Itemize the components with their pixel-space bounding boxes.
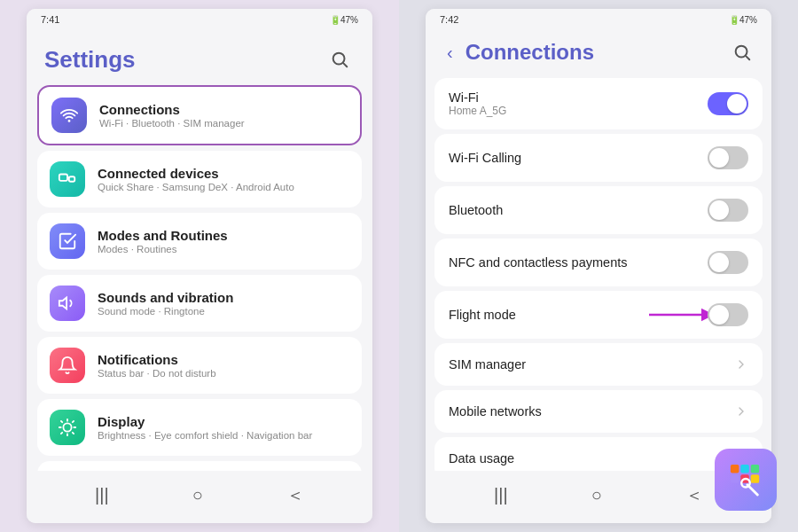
- settings-item-display[interactable]: Display Brightness · Eye comfort shield …: [37, 399, 362, 456]
- right-time: 7:42: [440, 14, 458, 25]
- connection-item-nfc[interactable]: NFC and contactless payments: [434, 239, 763, 286]
- svg-point-2: [68, 120, 71, 122]
- svg-rect-25: [731, 474, 739, 483]
- svg-rect-23: [740, 465, 749, 473]
- connection-item-sim[interactable]: SIM manager: [434, 343, 763, 386]
- nfc-toggle-knob: [709, 253, 729, 272]
- wifi-subtitle: Home A_5G: [449, 105, 506, 117]
- settings-search-button[interactable]: [325, 44, 355, 74]
- phones-wrapper: 7:41 🔋47% Settings: [0, 0, 798, 532]
- left-nav-back[interactable]: ＜: [278, 480, 313, 511]
- logo-area: [715, 449, 786, 520]
- connection-item-mobile-networks[interactable]: Mobile networks: [434, 390, 763, 433]
- connections-title: Connections: [466, 40, 727, 65]
- connection-item-data-usage[interactable]: Data usage: [434, 437, 763, 471]
- modes-icon: [50, 223, 85, 259]
- settings-title: Settings: [44, 46, 136, 74]
- wifi-calling-toggle-knob: [709, 148, 729, 168]
- display-text: Display Brightness · Eye comfort shield …: [98, 414, 312, 441]
- svg-line-10: [61, 421, 62, 422]
- left-time: 7:41: [41, 14, 59, 25]
- flight-mode-title: Flight mode: [449, 308, 516, 322]
- connection-item-wifi[interactable]: Wi-Fi Home A_5G: [434, 78, 763, 129]
- svg-rect-4: [69, 176, 74, 182]
- settings-item-modes[interactable]: Modes and Routines Modes · Routines: [37, 213, 362, 270]
- notifications-text: Notifications Status bar · Do not distur…: [98, 352, 216, 379]
- connected-devices-subtitle: Quick Share · Samsung DeX · Android Auto: [98, 182, 294, 192]
- modes-text: Modes and Routines Modes · Routines: [98, 228, 228, 254]
- right-nav-home[interactable]: ○: [583, 481, 611, 509]
- svg-line-19: [746, 56, 749, 59]
- sim-title: SIM manager: [449, 357, 526, 372]
- svg-line-15: [73, 421, 74, 422]
- wifi-calling-title: Wi-Fi Calling: [449, 151, 521, 165]
- wifi-toggle[interactable]: [708, 92, 748, 115]
- nfc-toggle[interactable]: [708, 251, 748, 274]
- notifications-title: Notifications: [98, 352, 216, 367]
- bluetooth-toggle[interactable]: [708, 199, 748, 222]
- connection-item-flight-mode[interactable]: Flight mode: [434, 291, 763, 339]
- connections-search-button[interactable]: [727, 37, 757, 67]
- bluetooth-title: Bluetooth: [449, 203, 503, 217]
- modes-title: Modes and Routines: [98, 228, 228, 243]
- settings-item-connections[interactable]: Connections Wi-Fi · Bluetooth · SIM mana…: [37, 85, 362, 145]
- sounds-subtitle: Sound mode · Ringtone: [98, 306, 233, 317]
- connected-devices-title: Connected devices: [98, 166, 294, 181]
- svg-rect-24: [751, 465, 760, 473]
- sounds-title: Sounds and vibration: [98, 290, 233, 305]
- nfc-title: NFC and contactless payments: [449, 255, 627, 270]
- connections-list: Wi-Fi Home A_5G Wi-Fi Calling: [426, 78, 771, 471]
- flight-mode-arrow: [645, 303, 716, 326]
- left-nav-recent[interactable]: |||: [86, 481, 118, 509]
- settings-header: Settings: [27, 28, 372, 85]
- right-nav-recent[interactable]: |||: [485, 481, 517, 509]
- svg-rect-22: [731, 465, 739, 473]
- wifi-toggle-knob: [727, 94, 747, 113]
- settings-item-connected-devices[interactable]: Connected devices Quick Share · Samsung …: [37, 151, 362, 207]
- connection-item-bluetooth[interactable]: Bluetooth: [434, 186, 763, 234]
- settings-item-sounds[interactable]: Sounds and vibration Sound mode · Ringto…: [37, 275, 362, 332]
- right-status-bar: 7:42 🔋47%: [426, 9, 771, 28]
- settings-item-wallpaper[interactable]: Wallpaper and style Wallpapers · Colour …: [37, 461, 362, 471]
- settings-list: Connections Wi-Fi · Bluetooth · SIM mana…: [27, 85, 372, 471]
- svg-rect-27: [751, 474, 760, 483]
- bluetooth-text: Bluetooth: [449, 203, 503, 217]
- connection-item-wifi-calling[interactable]: Wi-Fi Calling: [434, 134, 763, 182]
- sim-chevron: [734, 357, 748, 372]
- wifi-calling-toggle[interactable]: [708, 146, 748, 169]
- bluetooth-toggle-knob: [709, 200, 729, 220]
- display-subtitle: Brightness · Eye comfort shield · Naviga…: [98, 430, 312, 441]
- left-phone-wrapper: 7:41 🔋47% Settings: [0, 0, 399, 532]
- display-icon: [50, 410, 85, 445]
- notifications-subtitle: Status bar · Do not disturb: [98, 368, 216, 379]
- sounds-icon: [50, 286, 85, 321]
- right-nav-back[interactable]: ＜: [677, 480, 712, 511]
- svg-point-7: [63, 423, 71, 431]
- wifi-title: Wi-Fi: [449, 90, 506, 105]
- wifi-text: Wi-Fi Home A_5G: [449, 90, 506, 117]
- connections-text: Connections Wi-Fi · Bluetooth · SIM mana…: [99, 102, 245, 129]
- connections-subtitle: Wi-Fi · Bluetooth · SIM manager: [99, 118, 245, 129]
- left-phone: 7:41 🔋47% Settings: [27, 9, 372, 523]
- right-phone-wrapper: 7:42 🔋47% ‹ Connections: [399, 0, 798, 532]
- svg-line-11: [73, 433, 74, 434]
- left-status-bar: 7:41 🔋47%: [27, 9, 372, 28]
- wifi-calling-text: Wi-Fi Calling: [449, 151, 521, 165]
- flight-mode-text: Flight mode: [449, 308, 516, 322]
- connected-devices-text: Connected devices Quick Share · Samsung …: [98, 166, 294, 192]
- svg-line-14: [61, 433, 62, 434]
- data-usage-title: Data usage: [449, 451, 514, 466]
- sounds-text: Sounds and vibration Sound mode · Ringto…: [98, 290, 233, 317]
- right-phone: 7:42 🔋47% ‹ Connections: [426, 9, 771, 523]
- left-status-icons: 🔋47%: [330, 15, 358, 25]
- flight-mode-toggle[interactable]: [708, 303, 748, 326]
- connections-header: ‹ Connections: [426, 28, 771, 78]
- left-nav-home[interactable]: ○: [184, 481, 212, 509]
- right-status-icons: 🔋47%: [729, 15, 757, 25]
- settings-item-notifications[interactable]: Notifications Status bar · Do not distur…: [37, 337, 362, 394]
- display-title: Display: [98, 414, 312, 429]
- notifications-icon: [50, 348, 85, 383]
- mobile-networks-chevron: [734, 404, 748, 419]
- nfc-text: NFC and contactless payments: [449, 255, 627, 270]
- back-button[interactable]: ‹: [440, 39, 460, 66]
